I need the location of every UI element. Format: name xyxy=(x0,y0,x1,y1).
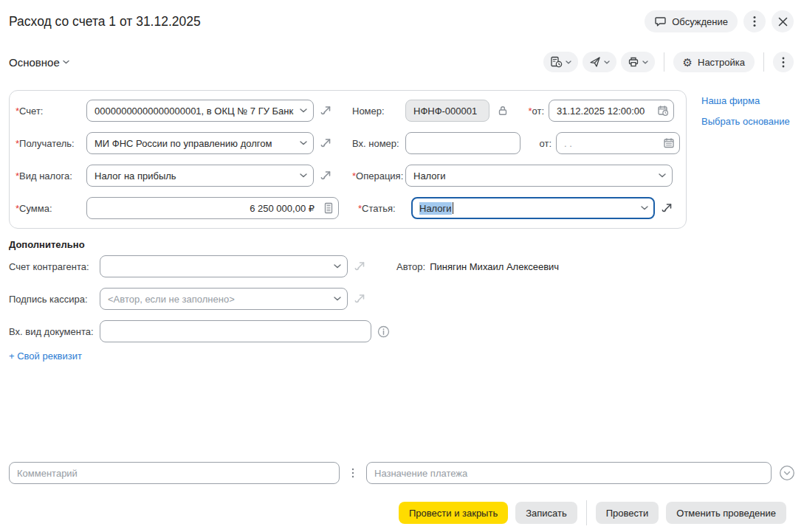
close-icon xyxy=(778,17,788,27)
amount-input[interactable] xyxy=(86,197,339,219)
incoming-doc-type-label: Вх. вид документа: xyxy=(9,326,100,337)
date-label: *от: xyxy=(519,106,544,117)
printer-icon xyxy=(628,56,639,68)
tax-type-input[interactable] xyxy=(86,165,314,187)
create-based-on-button[interactable] xyxy=(543,52,578,72)
discussion-label: Обсуждение xyxy=(672,16,728,27)
open-article-icon[interactable] xyxy=(661,202,674,214)
toolbar-divider xyxy=(763,52,764,72)
cashier-signature-input[interactable] xyxy=(100,288,348,310)
calculator-icon[interactable] xyxy=(323,202,334,214)
section-label: Основное xyxy=(9,56,60,69)
settings-label: Настройка xyxy=(698,57,745,68)
account-input[interactable] xyxy=(86,100,314,122)
window-menu-button[interactable] xyxy=(743,10,766,32)
chevron-down-icon[interactable] xyxy=(300,141,307,145)
toolbar-divider xyxy=(664,52,664,72)
date-combo xyxy=(549,100,674,122)
toolbar-actions: ⚙ Настройка xyxy=(543,52,794,72)
incoming-doc-type-combo xyxy=(100,320,371,342)
counterparty-account-input[interactable] xyxy=(100,255,348,277)
section-selector[interactable]: Основное xyxy=(9,56,69,69)
comment-input[interactable] xyxy=(9,462,340,484)
open-payee-icon[interactable] xyxy=(320,137,333,149)
chevron-down-icon[interactable] xyxy=(300,108,307,113)
chevron-down-icon xyxy=(642,61,648,64)
counterparty-account-label: Счет контрагента: xyxy=(9,261,100,272)
tax-type-label: *Вид налога: xyxy=(16,170,86,182)
account-combo xyxy=(86,100,314,122)
info-icon[interactable] xyxy=(377,325,390,338)
cashier-signature-combo xyxy=(100,288,348,310)
operation-input[interactable] xyxy=(405,165,673,187)
vertical-dots-icon xyxy=(351,468,354,478)
form-row: *Сумма: *Статья: Налоги xyxy=(16,192,686,224)
incoming-doc-type-input[interactable] xyxy=(100,320,371,342)
open-tax-type-icon[interactable] xyxy=(320,170,333,182)
chat-bubble-icon xyxy=(654,15,667,27)
print-button[interactable] xyxy=(621,52,655,72)
title-bar: Расход со счета 1 от 31.12.2025 Обсужден… xyxy=(0,0,804,32)
toolbar: Основное xyxy=(0,52,804,72)
counterparty-account-combo xyxy=(100,255,348,277)
incoming-number-label: Вх. номер: xyxy=(352,138,405,149)
payment-purpose-combo xyxy=(366,462,772,484)
comment-menu-button[interactable] xyxy=(340,468,366,478)
author-value: Пинягин Михаил Алексеевич xyxy=(430,261,559,272)
post-and-close-button[interactable]: Провести и закрыть xyxy=(399,502,508,524)
calendar-clock-icon[interactable] xyxy=(657,105,669,117)
article-label: *Статья: xyxy=(358,203,411,214)
send-button[interactable] xyxy=(583,52,616,72)
comment-combo xyxy=(9,462,340,484)
page-title: Расход со счета 1 от 31.12.2025 xyxy=(9,14,201,30)
close-button[interactable] xyxy=(772,10,794,32)
open-counterparty-account-icon[interactable] xyxy=(354,260,367,272)
number-combo xyxy=(405,100,489,122)
more-actions-button[interactable] xyxy=(773,52,794,72)
article-input[interactable]: Налоги xyxy=(411,197,655,219)
main-area: *Счет: Номер: *от: xyxy=(0,90,804,229)
chevron-down-icon[interactable] xyxy=(659,173,666,178)
buttons-divider xyxy=(586,500,587,525)
payee-input[interactable] xyxy=(86,132,314,154)
choose-basis-link[interactable]: Выбрать основание xyxy=(701,116,790,127)
number-label: Номер: xyxy=(352,106,405,117)
save-button[interactable]: Записать xyxy=(515,502,577,524)
title-bar-actions: Обсуждение xyxy=(645,10,794,32)
open-account-icon[interactable] xyxy=(320,105,333,117)
date-input[interactable] xyxy=(549,100,674,122)
chevron-down-icon[interactable] xyxy=(300,173,307,178)
incoming-number-combo xyxy=(405,132,520,154)
form-row: *Получатель: Вх. номер: от: xyxy=(16,127,686,159)
vertical-dots-icon xyxy=(753,15,756,27)
add-custom-field-link[interactable]: + Свой реквизит xyxy=(9,350,82,362)
chevron-down-icon xyxy=(63,60,69,64)
vertical-dots-icon xyxy=(782,57,785,68)
open-cashier-signature-icon[interactable] xyxy=(354,293,367,305)
settings-button[interactable]: ⚙ Настройка xyxy=(673,52,755,72)
expand-chevron-circle-icon[interactable] xyxy=(779,465,795,481)
additional-section: Дополнительно Счет контрагента: Автор: П… xyxy=(0,239,804,362)
undo-posting-button[interactable]: Отменить проведение xyxy=(666,502,786,524)
document-header-group: *Счет: Номер: *от: xyxy=(9,90,687,229)
operation-combo xyxy=(405,165,673,187)
number-input xyxy=(405,100,489,122)
payee-combo xyxy=(86,132,314,154)
incoming-number-input[interactable] xyxy=(405,132,520,154)
payment-purpose-input[interactable] xyxy=(366,462,772,484)
form-row: *Счет: Номер: *от: xyxy=(16,94,686,127)
incoming-date-input[interactable] xyxy=(556,132,680,154)
discussion-button[interactable]: Обсуждение xyxy=(645,10,738,32)
selected-text: Налоги xyxy=(419,202,452,215)
lock-icon xyxy=(497,105,509,117)
form-row: Подпись кассира: xyxy=(9,283,804,315)
chevron-down-icon[interactable] xyxy=(334,264,341,269)
calendar-icon[interactable] xyxy=(663,137,675,149)
our-company-link[interactable]: Наша фирма xyxy=(701,95,790,106)
operation-label: *Операция: xyxy=(352,170,405,182)
chevron-down-icon[interactable] xyxy=(334,297,341,301)
additional-heading: Дополнительно xyxy=(9,239,804,250)
chevron-down-icon[interactable] xyxy=(641,206,648,210)
form-row: *Вид налога: *Операция: xyxy=(16,159,686,192)
post-button[interactable]: Провести xyxy=(596,502,659,524)
